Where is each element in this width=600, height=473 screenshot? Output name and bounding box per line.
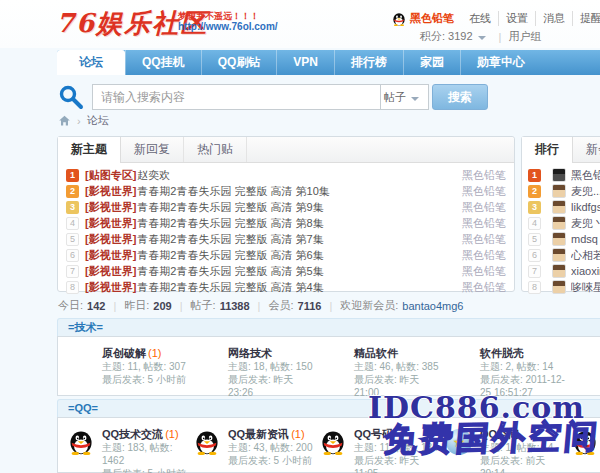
user-toolbar: 黑色铅笔 在线 设置 消息 提醒 模块管理 管理中心 <box>392 11 600 26</box>
rank-badge: 3 <box>528 201 541 214</box>
member-name[interactable]: 黑色铅笔 <box>571 168 600 183</box>
forum-name[interactable]: 精品软件 <box>354 346 440 360</box>
today-label: 今日: <box>58 298 83 313</box>
chevron-down-icon[interactable] <box>478 36 486 40</box>
rank-badge: 2 <box>66 185 79 198</box>
tab-new-threads[interactable]: 新主题 <box>58 137 121 163</box>
forum-name[interactable]: 软件脱壳 <box>480 346 566 360</box>
thread-category[interactable]: [影视世界] <box>85 216 136 231</box>
thread-author[interactable]: 黑色铅笔 <box>462 184 506 199</box>
search-button[interactable]: 搜索 <box>432 84 488 110</box>
search-scope-select[interactable]: 帖子 <box>381 84 429 110</box>
tab-ranking[interactable]: 排行 <box>522 137 573 163</box>
member-name[interactable]: 心相若则不弃 <box>571 248 600 263</box>
avatar[interactable] <box>552 248 566 262</box>
nav-tab-vpn[interactable]: VPN <box>276 50 334 75</box>
posts-label: 帖子: <box>191 298 216 313</box>
forum-stats: 今日: 142 | 昨日: 209 | 帖子: 11388 | 会员: 7116… <box>58 298 464 313</box>
thread-author[interactable]: 黑色铅笔 <box>462 248 506 263</box>
thread-category[interactable]: [影视世界] <box>85 200 136 215</box>
forum-name[interactable]: QQ最新资讯(1) <box>228 427 314 441</box>
thread-category[interactable]: [影视世界] <box>85 184 136 199</box>
forum-name[interactable]: 原创破解(1) <box>102 346 188 360</box>
thread-title[interactable]: 赵奕欢 <box>137 168 454 183</box>
thread-author[interactable]: 黑色铅笔 <box>462 264 506 279</box>
nav-tab-qq-hangup[interactable]: QQ挂机 <box>125 50 201 75</box>
thread-author[interactable]: 黑色铅笔 <box>462 168 506 183</box>
category-tech-header[interactable]: =技术= <box>57 318 600 336</box>
thread-category[interactable]: [影视世界] <box>85 280 136 295</box>
member-name[interactable]: 麦兜...小峰 <box>571 184 600 199</box>
forum-name[interactable]: QQ技术交流(1) <box>102 427 188 441</box>
forum-lastpost-line[interactable]: 最后发表: 5 小时前 <box>228 454 314 467</box>
member-name[interactable]: 哆唻星 <box>571 280 600 295</box>
user-group-label[interactable]: 用户组 <box>508 29 541 44</box>
avatar[interactable] <box>552 168 566 182</box>
thread-category[interactable]: [影视世界] <box>85 264 136 279</box>
main-nav: 论坛 QQ挂机 QQ刷钻 VPN 排行榜 家园 勋章中心 <box>57 50 600 75</box>
credits-label[interactable]: 积分: 3192 <box>420 29 473 44</box>
tab-new-replies[interactable]: 新回复 <box>121 137 184 162</box>
breadcrumb: 论坛 <box>58 113 109 128</box>
user-link-settings[interactable]: 设置 <box>499 11 536 26</box>
thread-category[interactable]: [贴图专区] <box>85 168 136 183</box>
user-link-notices[interactable]: 提醒 <box>573 11 600 26</box>
avatar[interactable] <box>552 280 566 294</box>
thread-title[interactable]: 青春期2青春失乐园 完整版 高清 第7集 <box>137 232 454 247</box>
table-row: 4 [影视世界] 青春期2青春失乐园 完整版 高清 第8集 黑色铅笔 <box>58 215 514 231</box>
thread-author[interactable]: 黑色铅笔 <box>462 280 506 295</box>
rank-badge: 8 <box>528 281 541 294</box>
rank-badge: 3 <box>66 201 79 214</box>
thread-author[interactable]: 黑色铅笔 <box>462 200 506 215</box>
forum-cell: QQ最新资讯(1) 主题: 43, 帖数: 200 最后发表: 5 小时前 <box>188 427 314 467</box>
watermark-slogan: 免费国外空间 <box>382 414 600 463</box>
forum-lastpost-line[interactable]: 最后发表: 5 小时前 <box>102 467 188 473</box>
current-username[interactable]: 黑色铅笔 <box>410 11 454 26</box>
search-input[interactable] <box>92 84 381 110</box>
forum-lastpost-line[interactable]: 最后发表: 5 小时前 <box>102 373 188 386</box>
nav-tab-home[interactable]: 家园 <box>403 50 460 75</box>
member-name[interactable]: 麦兜丶_A姐 <box>571 216 600 231</box>
avatar[interactable] <box>552 200 566 214</box>
posts-count: 11388 <box>220 300 250 312</box>
thread-category[interactable]: [影视世界] <box>85 248 136 263</box>
divider: | <box>499 31 502 43</box>
forum-name[interactable]: 网络技术 <box>228 346 314 360</box>
thread-title[interactable]: 青春期2青春失乐园 完整版 高清 第8集 <box>137 216 454 231</box>
thread-category[interactable]: [影视世界] <box>85 232 136 247</box>
tab-new-members[interactable]: 新会员 <box>573 137 600 162</box>
thread-title[interactable]: 青春期2青春失乐园 完整版 高清 第9集 <box>137 200 454 215</box>
search-scope-value: 帖子 <box>384 90 406 105</box>
chevron-down-icon <box>411 97 419 101</box>
tab-hot-posts[interactable]: 热门贴 <box>184 137 247 162</box>
thread-title[interactable]: 青春期2青春失乐园 完整版 高清 第10集 <box>137 184 454 199</box>
thread-author[interactable]: 黑色铅笔 <box>462 232 506 247</box>
thread-author[interactable]: 黑色铅笔 <box>462 216 506 231</box>
thread-title[interactable]: 青春期2青春失乐园 完整版 高清 第4集 <box>137 280 454 295</box>
member-list: 1 黑色铅笔 2 麦兜...小峰 3 likdfgs 4 麦兜丶_A姐 5 md… <box>522 163 600 295</box>
thread-title[interactable]: 青春期2青春失乐园 完整版 高清 第5集 <box>137 264 454 279</box>
list-item: 4 麦兜丶_A姐 <box>522 215 600 231</box>
breadcrumb-forum[interactable]: 论坛 <box>87 113 109 128</box>
user-link-messages[interactable]: 消息 <box>536 11 573 26</box>
home-icon[interactable] <box>58 114 71 127</box>
member-name[interactable]: mdsq <box>571 233 598 245</box>
qq-penguin-icon <box>68 429 94 455</box>
qq-icon <box>392 12 406 26</box>
member-name[interactable]: xiaoxing123 <box>571 265 600 277</box>
avatar[interactable] <box>552 264 566 278</box>
avatar[interactable] <box>552 232 566 246</box>
forum-lastpost-line[interactable]: 最后发表: 昨天 23:26 <box>228 373 314 399</box>
avatar[interactable] <box>552 184 566 198</box>
newest-member-link[interactable]: bantao4mg6 <box>402 300 463 312</box>
avatar[interactable] <box>552 216 566 230</box>
user-link-online[interactable]: 在线 <box>462 11 499 26</box>
user-credits-bar: 积分: 3192 | 用户组 <box>420 29 541 44</box>
nav-tab-medals[interactable]: 勋章中心 <box>460 50 541 75</box>
nav-tab-ranking[interactable]: 排行榜 <box>334 50 403 75</box>
list-item: 8 哆唻星 <box>522 279 600 295</box>
thread-title[interactable]: 青春期2青春失乐园 完整版 高清 第6集 <box>137 248 454 263</box>
nav-tab-qq-diamond[interactable]: QQ刷钻 <box>201 50 277 75</box>
nav-tab-forum[interactable]: 论坛 <box>57 50 125 75</box>
member-name[interactable]: likdfgs <box>571 201 600 213</box>
